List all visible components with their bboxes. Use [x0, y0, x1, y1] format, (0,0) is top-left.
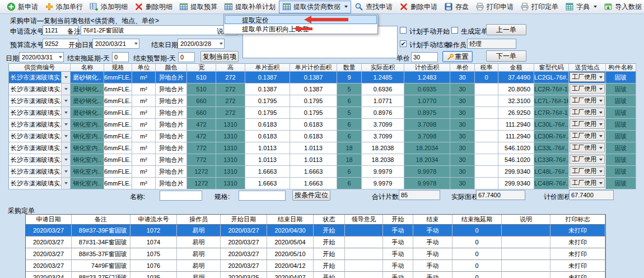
- end-date-combo[interactable]: 2020/03/28: [178, 39, 225, 49]
- column-header[interactable]: 打印标志: [550, 215, 605, 225]
- chevron-down-icon[interactable]: [61, 119, 70, 130]
- column-header[interactable]: 结束日期: [267, 215, 314, 225]
- toolbar-button-5[interactable]: 提取预算: [176, 1, 221, 13]
- toolbar-button-6[interactable]: 提取补单计划: [221, 1, 279, 13]
- chevron-down-icon[interactable]: [61, 72, 70, 83]
- table-row[interactable]: 长沙市潇湘玻璃实...钢化室内..6mmFLE..m²异地合片47213100.…: [9, 131, 636, 142]
- toolbar-button-12[interactable]: 打印定单: [517, 1, 562, 13]
- table-row[interactable]: 2020/03/2787#31-34F窗固玻1074易明2020/03/2720…: [26, 237, 605, 248]
- prev-order-button[interactable]: 上一单: [486, 24, 526, 35]
- table-row[interactable]: 长沙市潇湘玻璃实...钢化室内..6mmFLE..m²异地合片77213101.…: [9, 142, 636, 154]
- column-header[interactable]: 颜色: [156, 64, 187, 72]
- column-header[interactable]: 单片计价面积: [290, 64, 337, 72]
- delivery-place-dropdown[interactable]: 工厂使用: [570, 96, 605, 105]
- locate-button[interactable]: 按条件定位: [292, 190, 330, 201]
- supplier-combo-cell[interactable]: 长沙市潇湘玻璃实...: [9, 166, 71, 178]
- toolbar-button-11[interactable]: 打印申请: [472, 1, 517, 13]
- chevron-down-icon[interactable]: [61, 178, 70, 189]
- date-combo[interactable]: 2020/03/31: [19, 52, 64, 62]
- column-header[interactable]: 备注: [72, 215, 130, 225]
- gen-order-checkbox[interactable]: [451, 27, 458, 34]
- supplier-combo-cell[interactable]: 长沙市潇湘玻璃实...: [9, 119, 71, 131]
- toolbar-button-3[interactable]: 添加明细: [86, 1, 131, 13]
- delivery-place-dropdown[interactable]: 工厂使用: [570, 108, 605, 117]
- column-header[interactable]: 操作员: [177, 215, 221, 225]
- table-row[interactable]: 2020/03/2789#37-39F窗固玻1072易明2020/03/2720…: [26, 225, 605, 237]
- table-row[interactable]: 长沙市潇湘玻璃实...磨砂钢化..6mmFLE..m²异地合片5102720.1…: [9, 84, 636, 95]
- end-delay-input[interactable]: [112, 52, 129, 62]
- toolbar-button-14[interactable]: 导入数据: [600, 1, 644, 13]
- table-row[interactable]: 长沙市潇湘玻璃实...磨砂钢化..6mmFLE..m²异地合片6602720.1…: [9, 95, 636, 107]
- actual-area-input[interactable]: [476, 190, 525, 200]
- column-header[interactable]: 状态: [314, 215, 345, 225]
- next-order-button[interactable]: 下一单: [486, 50, 526, 62]
- table-row[interactable]: 2020/03/2774#9F窗固玻1076易明2020/03/272020/0…: [26, 260, 605, 272]
- column-header[interactable]: 申请日期: [26, 215, 72, 225]
- chevron-down-icon[interactable]: [61, 131, 70, 142]
- column-header[interactable]: 窗型代码: [534, 64, 569, 72]
- remark-input[interactable]: [81, 25, 238, 35]
- supplier-combo-cell[interactable]: 长沙市潇湘玻璃实...: [9, 95, 71, 107]
- delivery-place-dropdown[interactable]: 工厂使用: [570, 72, 605, 82]
- column-header[interactable]: 说明: [502, 215, 550, 225]
- toolbar-button-9[interactable]: 删除申请: [396, 1, 441, 13]
- price-input[interactable]: [411, 52, 438, 62]
- manual-end-checkbox[interactable]: ✔: [400, 40, 407, 47]
- copy-current-button[interactable]: 复制当前项: [200, 51, 239, 62]
- column-header[interactable]: 送货地点: [569, 64, 606, 72]
- table-row[interactable]: 长沙市潇湘玻璃实...磨砂钢化..6mmFLE..m²异地合片5102720.1…: [9, 72, 636, 84]
- toolbar-button-4[interactable]: 删除明细: [131, 1, 176, 13]
- table-row[interactable]: 长沙市潇湘玻璃实...钢化室内..6mmFLE..m²异地合片47213100.…: [9, 119, 636, 131]
- table-row[interactable]: 长沙市潇湘玻璃实...钢化室内..6mmFLE..m²异地合片127213101…: [9, 166, 636, 178]
- column-header[interactable]: 结束: [413, 215, 452, 225]
- column-header[interactable]: 税率: [475, 64, 498, 72]
- table-row[interactable]: 长沙市潇湘玻璃实...钢化室内..6mmFLE..m²异地合片127213101…: [9, 178, 636, 189]
- column-header[interactable]: 规格: [104, 64, 132, 72]
- column-header[interactable]: 单价: [450, 64, 475, 72]
- delivery-place-dropdown[interactable]: 工厂使用: [570, 178, 605, 188]
- column-header[interactable]: 领导意见: [345, 215, 383, 225]
- delivery-place-dropdown[interactable]: 工厂使用: [570, 84, 605, 94]
- chevron-down-icon[interactable]: [61, 166, 70, 177]
- column-header[interactable]: 供货商编号: [9, 64, 71, 72]
- column-header[interactable]: 单片面积: [245, 64, 290, 72]
- column-header[interactable]: 计价面积: [404, 64, 450, 72]
- column-header[interactable]: 名称: [71, 64, 104, 72]
- filter-spec-input[interactable]: [239, 191, 286, 201]
- column-header[interactable]: 高: [216, 64, 245, 72]
- delivery-place-dropdown[interactable]: 工厂使用: [570, 155, 605, 164]
- table-row[interactable]: 2020/03/2488#23-27F门顶玻1035易明2020/03/2520…: [26, 272, 605, 278]
- column-header[interactable]: 实际面积: [362, 64, 404, 72]
- manual-start-checkbox[interactable]: [400, 27, 407, 34]
- delivery-place-dropdown[interactable]: 工厂使用: [570, 131, 605, 141]
- chevron-down-icon[interactable]: [61, 84, 70, 95]
- chevron-down-icon[interactable]: [61, 107, 70, 118]
- supplier-combo-cell[interactable]: 长沙市潇湘玻璃实...: [9, 84, 71, 95]
- end-warn-input[interactable]: [178, 52, 195, 62]
- table-row[interactable]: 长沙市潇湘玻璃实...钢化室内..6mmFLE..m²异地合片77213101.…: [9, 154, 636, 166]
- column-header[interactable]: 构件名称: [606, 64, 636, 72]
- start-date-combo[interactable]: 2020/03/21: [92, 39, 139, 49]
- supplier-combo-cell[interactable]: 长沙市潇湘玻璃实...: [9, 107, 71, 119]
- toolbar-button-2[interactable]: 添加单行: [41, 1, 86, 13]
- total-pieces-input[interactable]: [399, 190, 440, 200]
- chevron-down-icon[interactable]: [61, 95, 70, 106]
- supplier-combo-cell[interactable]: 长沙市潇湘玻璃实...: [9, 154, 71, 166]
- supplier-combo-cell[interactable]: 长沙市潇湘玻璃实...: [9, 72, 71, 84]
- column-header[interactable]: 开始: [383, 215, 413, 225]
- column-header[interactable]: 申请流水号: [130, 215, 177, 225]
- supplier-combo-cell[interactable]: 长沙市潇湘玻璃实...: [9, 142, 71, 154]
- column-header[interactable]: 结束拖延期: [452, 215, 502, 225]
- column-header[interactable]: 开始日期: [221, 215, 267, 225]
- toolbar-button-13[interactable]: 字典: [562, 1, 600, 13]
- delivery-place-dropdown[interactable]: 工厂使用: [570, 143, 605, 152]
- column-header[interactable]: 数量: [337, 64, 362, 72]
- reset-button[interactable]: 重置: [442, 51, 473, 62]
- priced-area-input[interactable]: [569, 190, 614, 200]
- column-header[interactable]: 单位: [132, 64, 156, 72]
- chevron-down-icon[interactable]: [61, 154, 70, 165]
- delivery-place-dropdown[interactable]: 工厂使用: [570, 119, 605, 129]
- toolbar-button-10[interactable]: 存盘: [441, 1, 472, 13]
- toolbar-button-1[interactable]: 新申请: [3, 1, 41, 13]
- operator-input[interactable]: [467, 39, 516, 49]
